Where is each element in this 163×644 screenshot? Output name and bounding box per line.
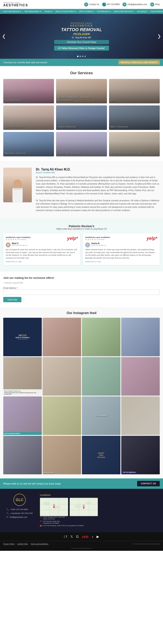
insta-item-10[interactable]: [43, 396, 81, 435]
insta-item-12[interactable]: [121, 396, 160, 435]
tiktok-icon[interactable]: ♪: [92, 535, 93, 538]
contact-action[interactable]: ✉ Contact Us: [84, 2, 99, 6]
nav-skin-rejuv[interactable]: Skin Rejuvenation ▼: [23, 9, 43, 14]
youtube-icon[interactable]: ▶: [97, 535, 99, 538]
reviewer-name-1: Maat S.: [12, 242, 28, 244]
nav-fat[interactable]: Fat Reduction ▼: [96, 9, 112, 14]
svg-point-13: [53, 504, 55, 506]
yelp-stars-2: ★ ★ ★ ★ ★: [85, 238, 96, 241]
reviews-grid: GentleCare Laser Aesthetics ★ ★ ★ ★ ★ 20…: [3, 233, 160, 265]
shop-action[interactable]: 🛍 Shop: [150, 2, 160, 6]
review-count-2: 67 reviews: [97, 238, 105, 240]
insta-item-16[interactable]: TATTOO REMOVAL: [121, 436, 160, 474]
phone-action[interactable]: 📞 657-218-9859: [102, 2, 120, 6]
review-card-1: GentleCare Laser Aesthetics ★ ★ ★ ★ ★ 20…: [3, 233, 80, 265]
chevron-down-icon: ▼: [109, 10, 111, 12]
required-note: * Indicates required field: [3, 282, 160, 284]
insta-item-5[interactable]: Mesoweight Wellness Introducing brand-ne…: [3, 357, 42, 396]
insta-item-13[interactable]: [3, 436, 42, 474]
nav-anti-aging[interactable]: Anti-Aging ▼: [136, 9, 149, 14]
email-input[interactable]: [3, 290, 160, 295]
google-icon[interactable]: G: [76, 535, 79, 538]
nav-botox[interactable]: Botox & Dermal Fillers ▼: [54, 9, 77, 14]
legal-bar: Privacy Policy Cookie Policy Terms and C…: [0, 541, 163, 546]
yelp-icon[interactable]: yelp: [82, 535, 88, 538]
reviews-title: Patients Review's: [3, 224, 160, 228]
service-card-laser[interactable]: Laser Hair Removal: [56, 132, 107, 156]
map-longbeach[interactable]: [70, 498, 98, 516]
hero-dot-2[interactable]: [80, 56, 81, 57]
nav-moles[interactable]: Mole & Wart Removal ▼: [113, 9, 135, 14]
contact-icon: ✉: [84, 2, 88, 6]
doctor-section: Dr. Tariq Ali Khan M.D. Board Certified …: [0, 161, 163, 218]
hero-dot-3[interactable]: [82, 56, 84, 57]
insta-item-14[interactable]: Removal Tattoo: [43, 436, 81, 474]
instagram-title: Our Instagram feed: [3, 311, 160, 315]
footer-phone-tustin[interactable]: 📞 Tustin: 657-218-9859: [6, 508, 33, 511]
instagram-section: Our Instagram feed IMCAS WORLD CONGRESS …: [0, 307, 163, 478]
shop-icon: 🛍: [150, 2, 154, 6]
svg-rect-3: [13, 188, 22, 190]
nav-prp[interactable]: PRP & Sculptra ▼: [78, 9, 95, 14]
insta-item-6[interactable]: [43, 357, 81, 396]
service-card-fat[interactable]: Fat Reduction: [3, 79, 54, 104]
insta-item-1[interactable]: IMCAS WORLD CONGRESS DR. TARIQ KHAN: [3, 318, 42, 356]
review-meta-2: 4/4 ★ 5.0 ★ Elite '24: [91, 244, 106, 246]
map-tustin[interactable]: [40, 498, 68, 516]
contact-us-button[interactable]: CONTACT US: [137, 481, 160, 486]
maps-grid: [40, 498, 98, 516]
privacy-policy-link[interactable]: Privacy Policy: [3, 543, 15, 545]
hero-content: GentleCare Laser AESTHETICS TATTOO REMOV…: [54, 22, 109, 50]
hero-dot-4[interactable]: [85, 56, 86, 57]
flash-sale-button[interactable]: MONTHLY SPECIALS AND EVENTS: [119, 60, 160, 64]
facebook-icon[interactable]:  f: [64, 535, 67, 538]
contact-bar: Please write to us and we will contact y…: [0, 478, 163, 489]
review-link-2[interactable]: Read more on Yelp: [85, 260, 157, 263]
service-card-wrinkle[interactable]: Wrinkle Reduction and Skin Rejuvenation: [56, 79, 107, 104]
hero-brand-name: AESTHETICS: [54, 24, 109, 27]
email-action[interactable]: ✉ info@glasertatoo.com: [123, 2, 147, 6]
insta-item-3[interactable]: [82, 318, 120, 356]
reviewer-avatar-2: S: [85, 242, 90, 247]
flash-sale-bar: Checkout our monthly flash sale and even…: [0, 59, 163, 66]
footer-addr-tustin: 📍 14042 Newport Ave, Suite 408 Tustin CA…: [40, 516, 98, 520]
hero-background: ❮ GentleCare Laser AESTHETICS TATTOO REM…: [0, 14, 163, 59]
footer-logo-column: GLC 📞 Tustin: 657-218-9859 📞 Long Beach:…: [3, 494, 36, 527]
service-card-mens[interactable]: Men's Services: [109, 106, 160, 130]
doctor-info: Dr. Tariq Ali Khan M.D. Board Certified …: [36, 168, 160, 212]
nav-sexual[interactable]: Sexual Wellness ▼: [149, 9, 163, 14]
email-icon: ✉: [6, 516, 8, 518]
service-card-lips[interactable]: Lips and Lashes: [3, 106, 54, 130]
cookie-policy-link[interactable]: Cookie Policy: [17, 543, 28, 545]
insta-item-4[interactable]: [121, 318, 160, 356]
insta-item-2[interactable]: [43, 318, 81, 356]
footer-email[interactable]: ✉ info@glasertatoo.com: [6, 516, 33, 518]
subscribe-button[interactable]: Subscribe: [3, 297, 21, 302]
hero-dot-1[interactable]: [77, 56, 79, 57]
service-card-acne[interactable]: Acne: [109, 79, 160, 104]
service-card-womens[interactable]: Women's Services: [3, 132, 54, 156]
insta-item-8[interactable]: [121, 357, 160, 396]
hero-doctor: Dr. Tariq Ali Khan MD: [54, 36, 109, 39]
chevron-down-icon: ▼: [92, 10, 94, 12]
insta-item-7[interactable]: [82, 357, 120, 396]
insta-item-15[interactable]: HAPPY2023new year: [82, 436, 120, 474]
footer-phone-lb[interactable]: 📞 Long Beach: 657-543-2750: [6, 512, 33, 514]
svg-point-2: [14, 180, 21, 187]
insta-item-11[interactable]: GLC Aesthetics: [82, 396, 120, 435]
twitter-icon[interactable]: 𝕏: [70, 535, 73, 538]
footer-logo-circle: GLC: [13, 494, 26, 506]
review-link-1[interactable]: Read more on Yelp: [6, 260, 78, 263]
service-card-moles[interactable]: Moles, Warts and Skin Tags: [109, 132, 160, 156]
svg-rect-20: [87, 502, 91, 504]
instagram-grid: IMCAS WORLD CONGRESS DR. TARIQ KHAN Meso…: [3, 318, 160, 474]
social-bar:  f 𝕏 G yelp ♪ ▶: [0, 532, 163, 541]
terms-link[interactable]: Terms and Conditions: [31, 543, 48, 545]
nav-facials[interactable]: Facials ▼: [43, 9, 54, 14]
service-card-tattoo[interactable]: Tattoo Removal: [56, 106, 107, 130]
hero-next-button[interactable]: ❯: [157, 34, 161, 39]
hero-slider: ❮ GentleCare Laser AESTHETICS TATTOO REM…: [0, 14, 163, 59]
nav-laser-hair[interactable]: Laser Hair Removal ▼: [2, 9, 23, 14]
hero-prev-button[interactable]: ❮: [2, 34, 6, 39]
insta-item-9[interactable]: New Promotions! Glow!: [3, 396, 42, 435]
